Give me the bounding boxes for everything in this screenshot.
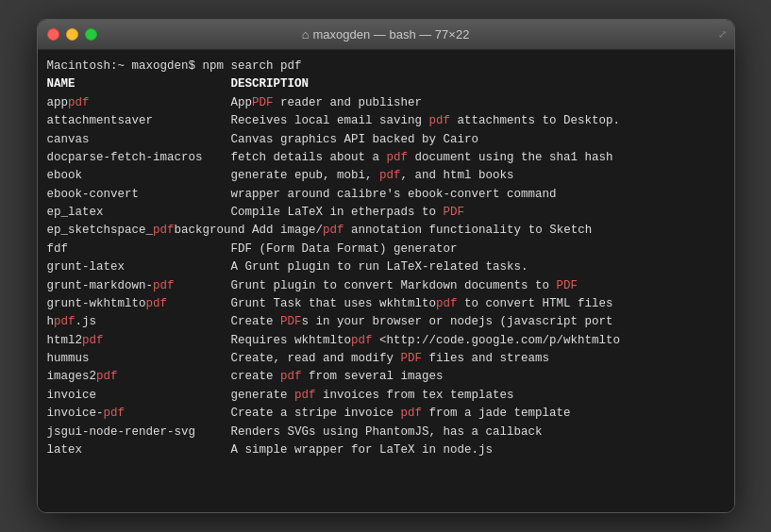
- row-invoice-pdf: invoice-pdfCreate a stripe invoice pdf f…: [47, 405, 725, 423]
- header-line: NAMEDESCRIPTION: [47, 75, 725, 93]
- row-appdf: apppdfAppPDF reader and publisher: [47, 94, 725, 112]
- close-button[interactable]: [47, 28, 59, 41]
- traffic-lights[interactable]: [47, 28, 97, 41]
- row-hpdf: hpdf.jsCreate PDFs in your browser or no…: [47, 313, 725, 331]
- row-invoice: invoicegenerate pdf invoices from tex te…: [47, 387, 725, 405]
- minimize-button[interactable]: [66, 28, 78, 41]
- row-ebook-convert: ebook-convertwrapper around calibre's eb…: [47, 186, 725, 204]
- row-latex: latexA simple wrapper for LaTeX in node.…: [47, 441, 725, 459]
- window-title: ⌂maxogden — bash — 77×22: [302, 27, 470, 42]
- row-grunt-wkhtmltopdf: grunt-wkhtmltopdfGrunt Task that uses wk…: [47, 295, 725, 313]
- home-icon: ⌂: [302, 27, 310, 42]
- row-grunt-markdown-pdf: grunt-markdown-pdfGrunt plugin to conver…: [47, 277, 725, 295]
- row-images2pdf: images2pdfcreate pdf from several images: [47, 368, 725, 386]
- row-ep-sketchspace: ep_sketchspace_pdfbackground Add image/p…: [47, 222, 725, 240]
- row-grunt-latex: grunt-latexA Grunt plugin to run LaTeX-r…: [47, 258, 725, 276]
- row-fdf: fdfFDF (Form Data Format) generator: [47, 241, 725, 258]
- terminal-body[interactable]: Macintosh:~ maxogden$ npm search pdf NAM…: [38, 50, 734, 512]
- row-jsgui: jsgui-node-render-svgRenders SVGs using …: [47, 424, 725, 441]
- terminal-window: ⌂maxogden — bash — 77×22 ⤢ Macintosh:~ m…: [37, 19, 735, 513]
- row-docparse: docparse-fetch-imacrosfetch details abou…: [47, 149, 725, 167]
- maximize-button[interactable]: [85, 28, 97, 41]
- row-canvas: canvasCanvas graphics API backed by Cair…: [47, 131, 725, 149]
- row-ep-latex: ep_latexCompile LaTeX in etherpads to PD…: [47, 204, 725, 222]
- row-attachmentsaver: attachmentsaverReceives local email savi…: [47, 112, 725, 130]
- row-hummus: hummusCreate, read and modify PDF files …: [47, 350, 725, 368]
- row-html2pdf: html2pdfRequires wkhtmltopdf <http://cod…: [47, 332, 725, 350]
- titlebar: ⌂maxogden — bash — 77×22 ⤢: [38, 20, 734, 50]
- prompt-line: Macintosh:~ maxogden$ npm search pdf: [47, 58, 725, 75]
- row-ebook: ebookgenerate epub, mobi, pdf, and html …: [47, 167, 725, 185]
- expand-button[interactable]: ⤢: [718, 28, 727, 41]
